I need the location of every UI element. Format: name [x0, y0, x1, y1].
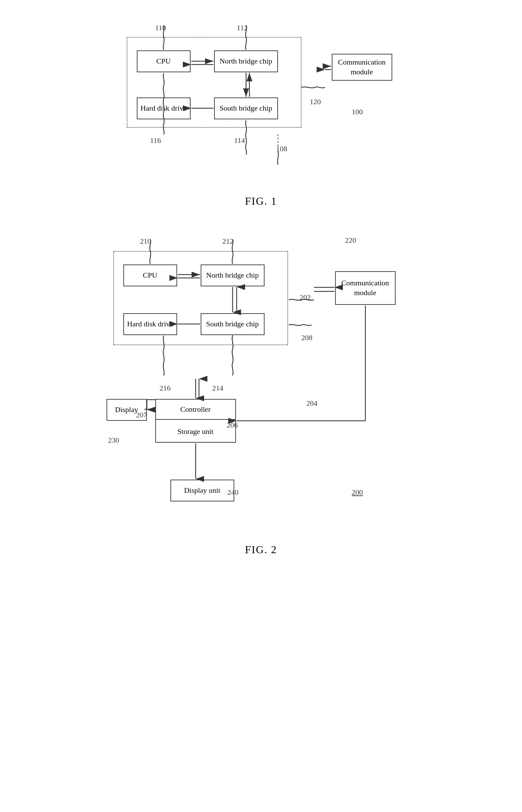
- fig1-diagram: CPU North bridge chip Hard disk drive So…: [110, 20, 413, 188]
- fig2-display-unit-label: Display unit: [184, 486, 220, 495]
- fig2-north-bridge-box: North bridge chip: [201, 264, 264, 286]
- ref-216: 216: [160, 384, 171, 392]
- fig2-comm-module-label: Communication module: [336, 278, 395, 298]
- ref-210: 210: [140, 237, 151, 246]
- fig2-controller-box: Controller Storage unit: [155, 399, 236, 443]
- ref-202: 202: [300, 293, 311, 302]
- fig1-hard-disk-label: Hard disk drive: [141, 103, 186, 113]
- fig2-display-unit-box: Display unit: [170, 480, 234, 502]
- fig1-cpu-label: CPU: [156, 57, 171, 66]
- fig1-south-bridge-label: South bridge chip: [220, 103, 272, 113]
- fig2-controller-label: Controller: [156, 400, 235, 420]
- fig1-hard-disk-box: Hard disk drive: [137, 98, 190, 119]
- ref-208: 208: [301, 333, 313, 342]
- fig1-north-bridge-box: North bridge chip: [214, 50, 278, 72]
- fig2-cpu-label: CPU: [143, 270, 157, 280]
- ref-116: 116: [150, 136, 161, 145]
- fig2-south-bridge-box: South bridge chip: [201, 313, 264, 335]
- ref-110: 110: [155, 23, 166, 32]
- fig1-comm-module-label: Communication module: [333, 58, 392, 77]
- ref-214: 214: [213, 384, 223, 392]
- ref-114: 114: [234, 136, 245, 145]
- fig2-cpu-box: CPU: [123, 264, 177, 286]
- ref-212: 212: [222, 237, 234, 246]
- fig2-storage-label: Storage unit: [156, 420, 235, 443]
- ref-220: 220: [345, 236, 356, 245]
- ref-120: 120: [310, 98, 321, 106]
- page-container: CPU North bridge chip Hard disk drive So…: [0, 0, 522, 812]
- ref-204: 204: [306, 399, 318, 408]
- fig2-hard-disk-box: Hard disk drive: [123, 313, 177, 335]
- fig1-comm-module-box: Communication module: [332, 54, 392, 81]
- ref-108: 108: [276, 144, 287, 153]
- ref-100: 100: [352, 107, 363, 116]
- fig2-diagram: CPU North bridge chip Hard disk drive So…: [97, 234, 426, 537]
- ref-206: 206: [227, 421, 238, 429]
- fig1-container: CPU North bridge chip Hard disk drive So…: [110, 20, 413, 207]
- ref-200: 200: [352, 488, 363, 497]
- fig1-north-bridge-label: North bridge chip: [220, 57, 272, 66]
- fig2-comm-module-box: Communication module: [335, 271, 396, 305]
- fig2-display-label: Display: [115, 405, 138, 415]
- fig1-title: FIG. 1: [110, 195, 413, 207]
- fig2-title: FIG. 2: [97, 544, 426, 556]
- ref-207: 207: [136, 411, 147, 420]
- fig2-south-bridge-label: South bridge chip: [206, 319, 259, 329]
- ref-230: 230: [108, 436, 119, 445]
- fig1-cpu-box: CPU: [137, 50, 190, 72]
- ref-240: 240: [227, 488, 239, 497]
- ref-112: 112: [237, 23, 248, 32]
- fig1-south-bridge-box: South bridge chip: [214, 98, 278, 119]
- fig2-hard-disk-label: Hard disk drive: [127, 319, 173, 329]
- fig2-container: CPU North bridge chip Hard disk drive So…: [97, 234, 426, 556]
- fig2-north-bridge-label: North bridge chip: [206, 270, 259, 280]
